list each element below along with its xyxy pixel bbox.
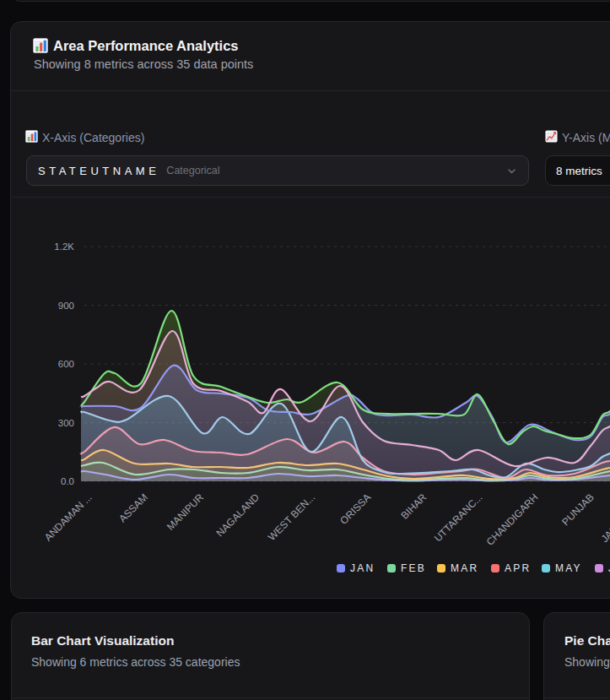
svg-text:WEST BEN...: WEST BEN... [266,491,317,543]
svg-text:ANDAMAN ...: ANDAMAN ... [42,491,94,544]
svg-text:MANIPUR: MANIPUR [165,491,206,533]
svg-text:ORISSA: ORISSA [337,491,373,527]
svg-text:PUNJAB: PUNJAB [559,491,596,528]
svg-text:900: 900 [58,301,74,311]
svg-text:0.0: 0.0 [61,476,74,486]
svg-text:CHANDIGARH: CHANDIGARH [484,491,541,548]
svg-text:UTTARANC...: UTTARANC... [432,491,485,545]
svg-text:300: 300 [58,418,74,428]
svg-text:BIHAR: BIHAR [399,491,429,522]
svg-text:1.2K: 1.2K [54,241,74,252]
svg-text:NAGALAND: NAGALAND [213,491,262,540]
svg-text:ASSAM: ASSAM [116,491,150,525]
svg-text:600: 600 [58,359,74,369]
svg-text:JAMMU & K...: JAMMU & K... [599,491,610,545]
